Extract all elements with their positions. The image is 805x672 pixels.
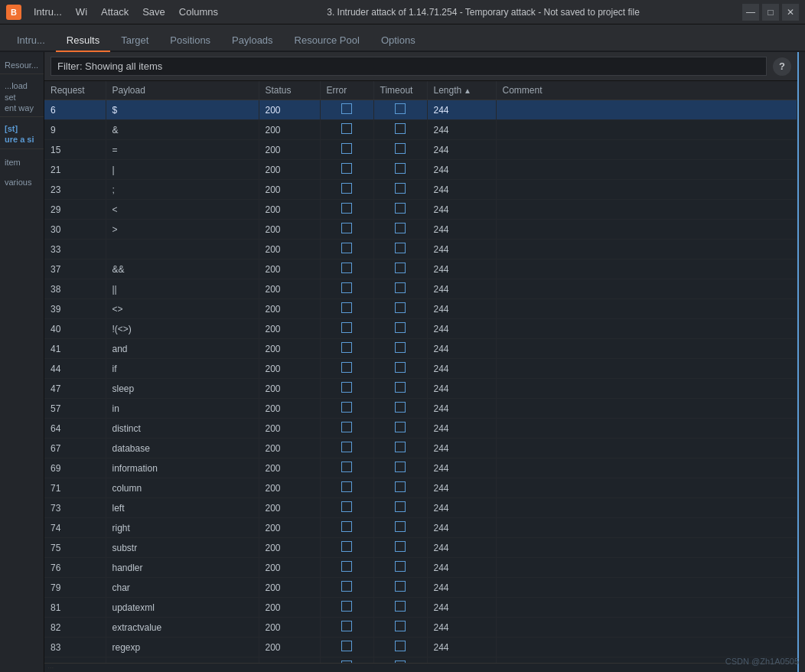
cell-error-checkbox[interactable] [341,641,352,651]
cell-timeout-checkbox[interactable] [395,362,406,373]
table-row[interactable]: 30>200244 [44,220,797,240]
cell-timeout-checkbox[interactable] [395,402,406,413]
table-row[interactable]: 9&200244 [44,120,797,140]
cell-error-checkbox[interactable] [341,541,352,552]
table-row[interactable]: 23;200244 [44,180,797,200]
menu-wi[interactable]: Wi [70,5,93,19]
col-header-length[interactable]: Length [427,81,496,100]
cell-timeout-checkbox[interactable] [395,481,406,492]
menu-columns[interactable]: Columns [173,5,224,19]
tab-results[interactable]: Results [56,30,110,52]
menu-intruder[interactable]: Intru... [28,5,68,19]
table-row[interactable]: 37&&200244 [44,259,797,279]
help-button[interactable]: ? [773,57,791,76]
cell-error-checkbox[interactable] [341,581,352,592]
cell-timeout-checkbox[interactable] [395,183,406,194]
cell-timeout-checkbox[interactable] [395,501,406,512]
sidebar-item-various[interactable]: various [0,172,44,192]
cell-timeout-checkbox[interactable] [395,382,406,393]
cell-timeout-checkbox[interactable] [395,581,406,592]
col-header-error[interactable]: Error [320,81,373,100]
cell-error-checkbox[interactable] [341,462,352,472]
cell-error-checkbox[interactable] [341,362,352,373]
cell-timeout-checkbox[interactable] [395,243,406,253]
tab-payloads[interactable]: Payloads [221,30,283,52]
cell-error-checkbox[interactable] [341,342,352,353]
cell-timeout-checkbox[interactable] [395,601,406,612]
table-row[interactable]: 84floor200244 [44,657,797,664]
cell-timeout-checkbox[interactable] [395,561,406,572]
tab-options[interactable]: Options [370,30,426,52]
tab-target[interactable]: Target [110,30,159,52]
cell-error-checkbox[interactable] [341,601,352,612]
table-row[interactable]: 76handler200244 [44,558,797,578]
cell-error-checkbox[interactable] [341,382,352,393]
cell-timeout-checkbox[interactable] [395,103,406,114]
cell-timeout-checkbox[interactable] [395,123,406,134]
cell-error-checkbox[interactable] [341,163,352,174]
table-row[interactable]: 75substr200244 [44,538,797,558]
cell-error-checkbox[interactable] [341,481,352,492]
cell-error-checkbox[interactable] [341,183,352,194]
table-row[interactable]: 40!(<>)200244 [44,319,797,339]
cell-timeout-checkbox[interactable] [395,302,406,313]
table-row[interactable]: 44if200244 [44,359,797,379]
minimize-button[interactable]: — [742,4,759,21]
col-header-timeout[interactable]: Timeout [373,81,427,100]
table-row[interactable]: 29<200244 [44,200,797,220]
tab-intruder[interactable]: Intru... [6,30,56,52]
table-row[interactable]: 69information200244 [44,458,797,478]
table-row[interactable]: 39<>200244 [44,299,797,319]
menu-attack[interactable]: Attack [95,5,135,19]
table-row[interactable]: 38||200244 [44,279,797,299]
cell-error-checkbox[interactable] [341,621,352,631]
table-row[interactable]: 57in200244 [44,399,797,419]
maximize-button[interactable]: □ [762,4,779,21]
table-row[interactable]: 47sleep200244 [44,379,797,399]
cell-error-checkbox[interactable] [341,282,352,293]
cell-error-checkbox[interactable] [341,302,352,313]
cell-timeout-checkbox[interactable] [395,322,406,333]
cell-error-checkbox[interactable] [341,123,352,134]
results-table-container[interactable]: Request Payload Status Error Timeout Len… [44,81,797,663]
table-row[interactable]: 81updatexml200244 [44,598,797,618]
cell-timeout-checkbox[interactable] [395,143,406,154]
cell-timeout-checkbox[interactable] [395,521,406,532]
filter-input[interactable] [51,57,767,76]
cell-timeout-checkbox[interactable] [395,621,406,631]
table-row[interactable]: 71column200244 [44,478,797,498]
col-header-status[interactable]: Status [259,81,320,100]
cell-error-checkbox[interactable] [341,263,352,273]
cell-error-checkbox[interactable] [341,322,352,333]
cell-timeout-checkbox[interactable] [395,282,406,293]
tab-resource-pool[interactable]: Resource Pool [284,30,370,52]
cell-timeout-checkbox[interactable] [395,203,406,214]
cell-timeout-checkbox[interactable] [395,442,406,452]
cell-timeout-checkbox[interactable] [395,422,406,432]
bottom-scrollbar[interactable]: ··· [44,663,797,672]
cell-timeout-checkbox[interactable] [395,223,406,233]
table-row[interactable]: 74right200244 [44,518,797,538]
cell-error-checkbox[interactable] [341,103,352,114]
sidebar-section-st[interactable]: [st]ure a si [0,120,44,149]
table-row[interactable]: 15=200244 [44,140,797,160]
col-header-comment[interactable]: Comment [496,81,797,100]
col-header-request[interactable]: Request [44,81,106,100]
cell-timeout-checkbox[interactable] [395,462,406,472]
col-header-payload[interactable]: Payload [106,81,259,100]
cell-error-checkbox[interactable] [341,203,352,214]
table-row[interactable]: 41and200244 [44,339,797,359]
menu-save[interactable]: Save [136,5,171,19]
table-row[interactable]: 83regexp200244 [44,638,797,657]
cell-error-checkbox[interactable] [341,501,352,512]
table-row[interactable]: 67database200244 [44,439,797,458]
table-row[interactable]: 64distinct200244 [44,419,797,439]
cell-timeout-checkbox[interactable] [395,641,406,651]
table-row[interactable]: 79char200244 [44,578,797,598]
cell-error-checkbox[interactable] [341,422,352,432]
cell-timeout-checkbox[interactable] [395,263,406,273]
cell-error-checkbox[interactable] [341,521,352,532]
table-row[interactable]: 6$200244 [44,100,797,120]
table-row[interactable]: 21|200244 [44,160,797,180]
cell-timeout-checkbox[interactable] [395,163,406,174]
